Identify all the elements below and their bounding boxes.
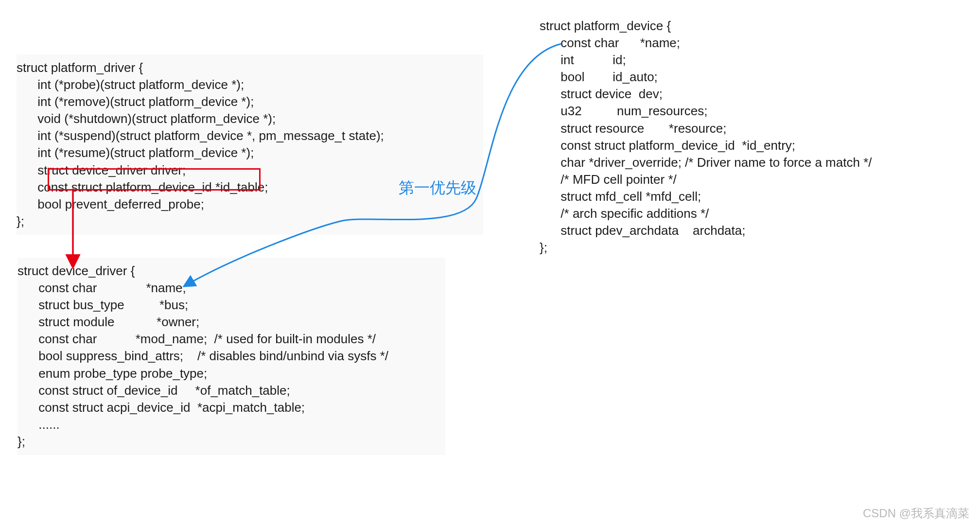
code-line: int (*remove)(struct platform_device *);	[17, 93, 483, 110]
code-line: const struct platform_device_id *id_entr…	[540, 137, 967, 154]
code-line: ......	[18, 416, 445, 433]
code-line: struct mfd_cell *mfd_cell;	[540, 188, 967, 205]
code-line: bool suppress_bind_attrs; /* disables bi…	[18, 348, 445, 365]
code-line: const char *name;	[540, 35, 967, 52]
code-line: bool prevent_deferred_probe;	[17, 196, 483, 213]
code-line: const char *mod_name; /* used for built-…	[18, 331, 445, 348]
watermark-text: CSDN @我系真滴菜	[863, 506, 969, 521]
code-line: int (*probe)(struct platform_device *);	[17, 76, 483, 93]
code-line: const char *name;	[18, 280, 445, 297]
code-line: int id;	[540, 52, 967, 69]
code-line: };	[17, 213, 483, 230]
code-line: struct platform_driver {	[17, 59, 483, 76]
code-line: struct device_driver driver;	[17, 162, 483, 179]
code-line: const struct platform_device_id *id_tabl…	[17, 179, 483, 196]
code-line: bool id_auto;	[540, 69, 967, 86]
code-line: /* MFD cell pointer */	[540, 171, 967, 188]
code-line: };	[540, 239, 967, 256]
code-block-device-driver: struct device_driver { const char *name;…	[18, 258, 445, 455]
code-line: int (*suspend)(struct platform_device *,…	[17, 127, 483, 144]
code-line: void (*shutdown)(struct platform_device …	[17, 110, 483, 127]
code-line: struct bus_type *bus;	[18, 297, 445, 314]
code-line: struct device_driver {	[18, 263, 445, 280]
code-line: struct resource *resource;	[540, 120, 967, 137]
code-line: /* arch specific additions */	[540, 205, 967, 222]
code-line: const struct acpi_device_id *acpi_match_…	[18, 399, 445, 416]
code-block-platform-driver: struct platform_driver { int (*probe)(st…	[17, 54, 483, 235]
code-line: u32 num_resources;	[540, 103, 967, 120]
code-line: struct device dev;	[540, 86, 967, 103]
code-line: struct pdev_archdata archdata;	[540, 222, 967, 239]
code-line: int (*resume)(struct platform_device *);	[17, 144, 483, 161]
code-line: struct platform_device {	[540, 18, 967, 35]
code-line: struct module *owner;	[18, 314, 445, 331]
code-line: char *driver_override; /* Driver name to…	[540, 154, 967, 171]
code-line: };	[18, 433, 445, 450]
code-block-platform-device: struct platform_device { const char *nam…	[540, 13, 967, 261]
code-line: const struct of_device_id *of_match_tabl…	[18, 382, 445, 399]
code-line: enum probe_type probe_type;	[18, 365, 445, 382]
